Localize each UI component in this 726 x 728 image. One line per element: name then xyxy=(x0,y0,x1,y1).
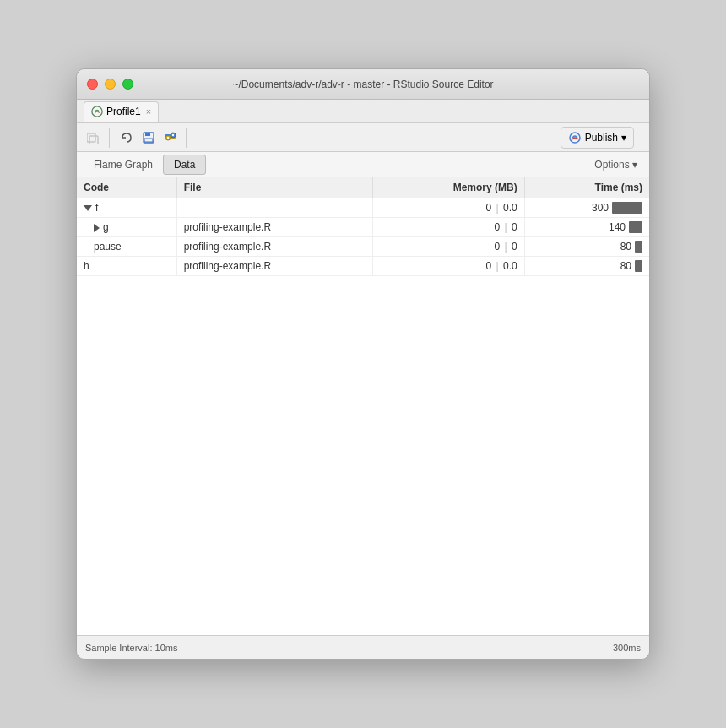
time-bar xyxy=(635,241,642,253)
save-icon xyxy=(142,131,155,144)
close-button[interactable] xyxy=(87,79,98,90)
traffic-lights xyxy=(87,79,133,90)
publish-dropdown-icon: ▾ xyxy=(621,132,626,144)
main-window: ~/Documents/adv-r/adv-r - master - RStud… xyxy=(76,68,650,660)
svg-rect-5 xyxy=(144,139,153,142)
publish-icon xyxy=(568,131,582,144)
tab-close-button[interactable]: × xyxy=(146,106,151,117)
tab-data[interactable]: Data xyxy=(163,155,206,175)
header-time: Time (ms) xyxy=(524,177,649,198)
minimize-button[interactable] xyxy=(105,79,116,90)
profile-tab-icon xyxy=(91,106,103,117)
cell-memory: 0 | 0.0 xyxy=(373,257,525,276)
title-bar: ~/Documents/adv-r/adv-r - master - RStud… xyxy=(77,69,649,100)
toolbar: Publish ▾ xyxy=(77,123,649,152)
publish-group: Publish ▾ xyxy=(561,127,639,149)
publish-label: Publish xyxy=(585,132,618,144)
window-title: ~/Documents/adv-r/adv-r - master - RStud… xyxy=(232,79,493,90)
cell-file: profiling-example.R xyxy=(176,218,372,237)
table-header-row: Code File Memory (MB) Time (ms) xyxy=(77,177,649,198)
back-icon xyxy=(87,132,100,144)
table-row: f0 | 0.0300 xyxy=(77,198,649,218)
status-right: 300ms xyxy=(613,643,641,653)
cell-code: g xyxy=(77,218,176,237)
cell-file xyxy=(176,198,372,218)
expand-right-icon[interactable] xyxy=(94,221,103,233)
view-tabs-bar: Flame Graph Data Options ▾ xyxy=(77,152,649,177)
action-group xyxy=(116,128,187,148)
cell-time: 140 xyxy=(524,218,649,237)
cell-memory: 0 | 0.0 xyxy=(373,198,525,218)
expand-down-icon[interactable] xyxy=(84,202,95,214)
profile-table: Code File Memory (MB) Time (ms) f0 | 0.0… xyxy=(77,177,649,276)
undo-button[interactable] xyxy=(116,128,137,148)
save-button[interactable] xyxy=(138,128,159,148)
svg-rect-4 xyxy=(145,133,150,136)
tab-flame-graph[interactable]: Flame Graph xyxy=(84,155,163,174)
undo-icon xyxy=(120,131,133,144)
svg-point-7 xyxy=(167,136,169,138)
nav-group xyxy=(84,128,110,148)
svg-point-10 xyxy=(172,133,174,135)
header-memory: Memory (MB) xyxy=(373,177,525,198)
svg-rect-11 xyxy=(165,134,171,136)
cell-memory: 0 | 0 xyxy=(373,237,525,257)
header-file: File xyxy=(176,177,372,198)
cell-file: profiling-example.R xyxy=(176,237,372,257)
time-bar xyxy=(635,260,642,272)
time-bar xyxy=(629,221,642,233)
cell-memory: 0 | 0 xyxy=(373,218,525,237)
back-button[interactable] xyxy=(84,128,104,148)
maximize-button[interactable] xyxy=(122,79,133,90)
options-button[interactable]: Options ▾ xyxy=(589,157,642,172)
time-bar xyxy=(612,202,642,214)
cell-code: h xyxy=(77,257,176,276)
cell-time: 300 xyxy=(524,198,649,218)
status-left: Sample Interval: 10ms xyxy=(85,643,177,653)
cell-file: profiling-example.R xyxy=(176,257,372,276)
svg-rect-1 xyxy=(87,133,95,142)
publish-button[interactable]: Publish ▾ xyxy=(561,127,634,149)
tab-label: Profile1 xyxy=(106,106,141,117)
tab-bar: Profile1 × xyxy=(77,100,649,123)
table-row: pauseprofiling-example.R0 | 080 xyxy=(77,237,649,257)
header-code: Code xyxy=(77,177,176,198)
table-row: hprofiling-example.R0 | 0.080 xyxy=(77,257,649,276)
tools-button[interactable] xyxy=(160,128,181,148)
cell-code: pause xyxy=(77,237,176,257)
profile1-tab[interactable]: Profile1 × xyxy=(84,101,159,122)
cell-time: 80 xyxy=(524,237,649,257)
tools-icon xyxy=(164,131,177,144)
table-row: gprofiling-example.R0 | 0140 xyxy=(77,218,649,237)
table-body: f0 | 0.0300gprofiling-example.R0 | 0140p… xyxy=(77,198,649,276)
cell-code: f xyxy=(77,198,176,218)
cell-time: 80 xyxy=(524,257,649,276)
status-bar: Sample Interval: 10ms 300ms xyxy=(77,635,649,659)
data-table-container: Code File Memory (MB) Time (ms) f0 | 0.0… xyxy=(77,177,649,635)
